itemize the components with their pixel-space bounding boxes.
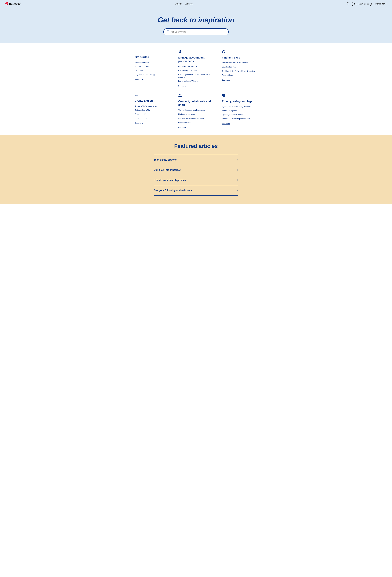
link-create-pincodes[interactable]: Create Pincodes bbox=[178, 121, 191, 123]
link-download-image[interactable]: Download an image bbox=[222, 66, 238, 68]
featured-item-1-label: Teen safety options bbox=[154, 158, 177, 161]
svg-line-1 bbox=[349, 4, 349, 4]
link-create-pin-photos[interactable]: Create a Pin from your photos bbox=[135, 105, 158, 107]
manage-account-links: Edit notification settings Reactivate yo… bbox=[178, 65, 214, 82]
category-privacy: Privacy, safety and legal Age requiremen… bbox=[222, 94, 257, 128]
find-save-see-more[interactable]: See more bbox=[222, 79, 230, 81]
search-bar bbox=[163, 28, 229, 35]
create-edit-icon: ✏ bbox=[135, 94, 170, 98]
connect-links: View updates and send messages Find and … bbox=[178, 109, 214, 123]
create-edit-see-more[interactable]: See more bbox=[135, 122, 143, 124]
link-access-edit-delete[interactable]: Access, edit or delete personal data bbox=[222, 118, 250, 120]
nav-left: Help Center bbox=[5, 2, 21, 6]
link-shop-product-pins[interactable]: Shop product Pins bbox=[135, 65, 149, 67]
featured-item-3[interactable]: Update your search privacy + bbox=[154, 175, 238, 185]
link-edit-delete-pin[interactable]: Edit or delete a Pin bbox=[135, 109, 150, 111]
get-started-icon: → bbox=[135, 50, 170, 54]
nav-brand-label: Help Center bbox=[9, 3, 21, 5]
create-edit-links: Create a Pin from your photos Edit or de… bbox=[135, 105, 170, 119]
link-save-extension[interactable]: Add the Pinterest Save Extension bbox=[222, 62, 248, 64]
link-find-follow-people[interactable]: Find and follow people bbox=[178, 113, 196, 115]
nav-link-general[interactable]: General bbox=[175, 3, 181, 5]
link-pinterest-lens[interactable]: Pinterest Lens bbox=[222, 74, 233, 76]
featured-item-4[interactable]: See your following and followers + bbox=[154, 185, 238, 196]
featured-item-4-label: See your following and followers bbox=[154, 189, 192, 192]
svg-line-3 bbox=[169, 32, 169, 32]
login-button[interactable]: Log in or Sign up bbox=[352, 2, 372, 6]
category-find-save: Find and save Add the Pinterest Save Ext… bbox=[222, 50, 257, 87]
find-save-links: Add the Pinterest Save Extension Downloa… bbox=[222, 62, 257, 76]
link-upgrade-app[interactable]: Upgrade the Pinterest app bbox=[135, 73, 155, 75]
search-input[interactable] bbox=[171, 31, 225, 33]
featured-item-1[interactable]: Teen safety options + bbox=[154, 155, 238, 165]
featured-item-2-expand-icon: + bbox=[236, 168, 238, 172]
category-manage-account: Manage account and preferences Edit noti… bbox=[178, 50, 214, 87]
get-started-see-more[interactable]: See more bbox=[135, 78, 143, 80]
privacy-icon bbox=[222, 94, 257, 98]
link-edit-notifications[interactable]: Edit notification settings bbox=[178, 65, 197, 67]
get-started-links: All about Pinterest Shop product Pins Da… bbox=[135, 61, 170, 76]
connect-see-more[interactable]: See more bbox=[178, 126, 186, 128]
link-create-board[interactable]: Create a board bbox=[135, 117, 146, 119]
search-bar-icon bbox=[167, 30, 169, 33]
category-create-edit: ✏ Create and edit Create a Pin from your… bbox=[135, 94, 170, 128]
nav-search-icon[interactable] bbox=[347, 2, 349, 5]
featured-item-2-label: Can't log into Pinterest bbox=[154, 169, 180, 172]
connect-title: Connect, collaborate and share bbox=[178, 100, 214, 107]
link-age-requirements[interactable]: Age requirements for using Pinterest bbox=[222, 106, 250, 108]
svg-line-5 bbox=[224, 53, 225, 53]
connect-icon bbox=[178, 94, 214, 98]
nav-links: General Business bbox=[175, 3, 193, 5]
featured-list: Teen safety options + Can't log into Pin… bbox=[154, 155, 238, 196]
link-dark-mode[interactable]: Dark mode bbox=[135, 70, 143, 72]
get-started-title: Get started bbox=[135, 55, 170, 59]
featured-item-4-expand-icon: + bbox=[236, 189, 238, 192]
link-following-followers[interactable]: See your following and followers bbox=[178, 117, 204, 119]
category-get-started: → Get started All about Pinterest Shop p… bbox=[135, 50, 170, 87]
privacy-title: Privacy, safety and legal bbox=[222, 100, 257, 103]
manage-account-see-more[interactable]: See more bbox=[178, 85, 186, 87]
privacy-links: Age requirements for using Pinterest Tee… bbox=[222, 105, 257, 120]
featured-item-3-expand-icon: + bbox=[236, 179, 238, 182]
link-login-logout[interactable]: Log in and out of Pinterest bbox=[178, 80, 199, 82]
featured-item-3-label: Update your search privacy bbox=[154, 179, 186, 182]
find-save-icon bbox=[222, 50, 257, 55]
link-all-about-pinterest[interactable]: All about Pinterest bbox=[135, 61, 149, 63]
navbar: Help Center General Business Log in or S… bbox=[0, 0, 392, 8]
featured-item-2[interactable]: Can't log into Pinterest + bbox=[154, 165, 238, 175]
categories-section: → Get started All about Pinterest Shop p… bbox=[0, 43, 392, 135]
link-create-idea-pins[interactable]: Create Idea Pins bbox=[135, 113, 148, 115]
hero-section: Get back to inspiration bbox=[0, 8, 392, 43]
manage-account-title: Manage account and preferences bbox=[178, 56, 214, 63]
link-remove-email[interactable]: Remove your email from someone else's ac… bbox=[178, 73, 210, 78]
link-trouble-extension[interactable]: Trouble with the Pinterest Save Extensio… bbox=[222, 70, 255, 72]
featured-title: Featured articles bbox=[5, 143, 387, 149]
nav-home-link[interactable]: Pinterest home bbox=[374, 3, 387, 5]
find-save-title: Find and save bbox=[222, 56, 257, 59]
link-reactivate-account[interactable]: Reactivate your account bbox=[178, 70, 197, 72]
hero-title: Get back to inspiration bbox=[5, 16, 387, 24]
category-connect: Connect, collaborate and share View upda… bbox=[178, 94, 214, 128]
link-search-privacy[interactable]: Update your search privacy bbox=[222, 114, 243, 116]
pinterest-logo[interactable] bbox=[5, 2, 8, 6]
link-teen-safety[interactable]: Teen safety options bbox=[222, 109, 237, 111]
link-view-updates[interactable]: View updates and send messages bbox=[178, 109, 205, 111]
nav-link-business[interactable]: Business bbox=[185, 3, 193, 5]
nav-right: Log in or Sign up Pinterest home bbox=[347, 2, 387, 6]
categories-grid: → Get started All about Pinterest Shop p… bbox=[135, 50, 257, 128]
featured-section: Featured articles Teen safety options + … bbox=[0, 135, 392, 204]
privacy-see-more[interactable]: See more bbox=[222, 123, 230, 125]
featured-item-1-expand-icon: + bbox=[236, 158, 238, 162]
manage-account-icon bbox=[178, 50, 214, 55]
create-edit-title: Create and edit bbox=[135, 99, 170, 103]
